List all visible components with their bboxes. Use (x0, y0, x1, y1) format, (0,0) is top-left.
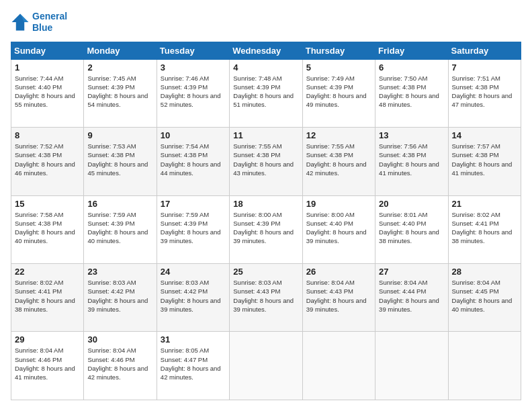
day-header-saturday: Saturday (448, 42, 521, 59)
cell-info: Sunrise: 8:04 AMSunset: 4:44 PMDaylight:… (379, 279, 439, 313)
calendar-cell: 25 Sunrise: 8:03 AMSunset: 4:43 PMDaylig… (230, 264, 302, 332)
day-number: 9 (87, 130, 152, 140)
day-header-monday: Monday (84, 42, 157, 59)
cell-info: Sunrise: 7:48 AMSunset: 4:39 PMDaylight:… (233, 75, 294, 109)
calendar-table: SundayMondayTuesdayWednesdayThursdayFrid… (11, 42, 521, 400)
day-number: 10 (161, 130, 226, 140)
cell-info: Sunrise: 8:04 AMSunset: 4:43 PMDaylight:… (306, 279, 367, 313)
day-number: 6 (379, 62, 444, 73)
calendar-cell: 7 Sunrise: 7:51 AMSunset: 4:38 PMDayligh… (448, 59, 521, 127)
day-number: 28 (452, 267, 517, 277)
day-number: 14 (452, 130, 517, 140)
calendar-cell: 20 Sunrise: 8:01 AMSunset: 4:40 PMDaylig… (375, 195, 448, 263)
day-number: 22 (15, 267, 80, 277)
calendar-cell: 23 Sunrise: 8:03 AMSunset: 4:42 PMDaylig… (84, 264, 157, 332)
calendar-cell: 16 Sunrise: 7:59 AMSunset: 4:39 PMDaylig… (84, 195, 157, 263)
cell-info: Sunrise: 8:04 AMSunset: 4:46 PMDaylight:… (15, 347, 75, 381)
calendar-cell (230, 332, 302, 400)
logo-icon (11, 13, 30, 32)
calendar-cell: 6 Sunrise: 7:50 AMSunset: 4:38 PMDayligh… (375, 59, 448, 127)
calendar-cell (302, 332, 375, 400)
cell-info: Sunrise: 8:02 AMSunset: 4:41 PMDaylight:… (15, 279, 75, 313)
cell-info: Sunrise: 7:59 AMSunset: 4:39 PMDaylight:… (161, 211, 221, 245)
cell-info: Sunrise: 7:46 AMSunset: 4:39 PMDaylight:… (161, 75, 221, 109)
cell-info: Sunrise: 8:01 AMSunset: 4:40 PMDaylight:… (379, 211, 439, 245)
calendar-cell: 21 Sunrise: 8:02 AMSunset: 4:41 PMDaylig… (448, 195, 521, 263)
calendar-cell: 30 Sunrise: 8:04 AMSunset: 4:46 PMDaylig… (84, 332, 157, 400)
day-number: 27 (379, 267, 444, 277)
cell-info: Sunrise: 8:02 AMSunset: 4:41 PMDaylight:… (452, 211, 513, 245)
cell-info: Sunrise: 7:50 AMSunset: 4:38 PMDaylight:… (379, 75, 439, 109)
page: General Blue SundayMondayTuesdayWednesda… (0, 0, 532, 411)
calendar-cell: 9 Sunrise: 7:53 AMSunset: 4:38 PMDayligh… (84, 128, 157, 195)
cell-info: Sunrise: 8:04 AMSunset: 4:45 PMDaylight:… (452, 279, 513, 313)
day-header-thursday: Thursday (302, 42, 375, 59)
day-number: 31 (161, 334, 226, 345)
calendar-cell: 3 Sunrise: 7:46 AMSunset: 4:39 PMDayligh… (157, 59, 229, 127)
logo: General Blue (11, 11, 67, 34)
cell-info: Sunrise: 8:00 AMSunset: 4:39 PMDaylight:… (233, 211, 294, 245)
cell-info: Sunrise: 7:51 AMSunset: 4:38 PMDaylight:… (452, 75, 513, 109)
day-number: 21 (452, 199, 517, 209)
calendar-cell: 28 Sunrise: 8:04 AMSunset: 4:45 PMDaylig… (448, 264, 521, 332)
calendar-cell: 27 Sunrise: 8:04 AMSunset: 4:44 PMDaylig… (375, 264, 448, 332)
calendar-cell: 22 Sunrise: 8:02 AMSunset: 4:41 PMDaylig… (11, 264, 84, 332)
day-header-wednesday: Wednesday (230, 42, 302, 59)
day-number: 13 (379, 130, 444, 140)
day-number: 17 (161, 199, 226, 209)
day-number: 16 (87, 199, 152, 209)
day-number: 25 (233, 267, 298, 277)
calendar-cell (375, 332, 448, 400)
cell-info: Sunrise: 7:52 AMSunset: 4:38 PMDaylight:… (15, 142, 75, 177)
calendar-body: 1 Sunrise: 7:44 AMSunset: 4:40 PMDayligh… (11, 59, 521, 400)
cell-info: Sunrise: 7:55 AMSunset: 4:38 PMDaylight:… (233, 142, 294, 177)
calendar-cell: 12 Sunrise: 7:55 AMSunset: 4:38 PMDaylig… (302, 128, 375, 195)
calendar-cell: 26 Sunrise: 8:04 AMSunset: 4:43 PMDaylig… (302, 264, 375, 332)
calendar-cell (448, 332, 521, 400)
day-number: 2 (87, 62, 152, 73)
calendar-cell: 2 Sunrise: 7:45 AMSunset: 4:39 PMDayligh… (84, 59, 157, 127)
calendar-row-1: 1 Sunrise: 7:44 AMSunset: 4:40 PMDayligh… (11, 59, 521, 127)
calendar-row-2: 8 Sunrise: 7:52 AMSunset: 4:38 PMDayligh… (11, 128, 521, 195)
logo-text: General Blue (32, 11, 67, 34)
day-number: 4 (233, 62, 298, 73)
calendar-cell: 14 Sunrise: 7:57 AMSunset: 4:38 PMDaylig… (448, 128, 521, 195)
cell-info: Sunrise: 7:54 AMSunset: 4:38 PMDaylight:… (161, 142, 221, 177)
day-number: 3 (161, 62, 226, 73)
cell-info: Sunrise: 8:05 AMSunset: 4:47 PMDaylight:… (161, 347, 221, 381)
cell-info: Sunrise: 8:00 AMSunset: 4:40 PMDaylight:… (306, 211, 367, 245)
cell-info: Sunrise: 7:53 AMSunset: 4:38 PMDaylight:… (87, 142, 148, 177)
day-header-friday: Friday (375, 42, 448, 59)
calendar-cell: 8 Sunrise: 7:52 AMSunset: 4:38 PMDayligh… (11, 128, 84, 195)
cell-info: Sunrise: 8:04 AMSunset: 4:46 PMDaylight:… (87, 347, 148, 381)
day-number: 12 (306, 130, 371, 140)
calendar-cell: 17 Sunrise: 7:59 AMSunset: 4:39 PMDaylig… (157, 195, 229, 263)
calendar-cell: 10 Sunrise: 7:54 AMSunset: 4:38 PMDaylig… (157, 128, 229, 195)
calendar-cell: 13 Sunrise: 7:56 AMSunset: 4:38 PMDaylig… (375, 128, 448, 195)
day-number: 29 (15, 334, 80, 345)
calendar-cell: 29 Sunrise: 8:04 AMSunset: 4:46 PMDaylig… (11, 332, 84, 400)
calendar-cell: 5 Sunrise: 7:49 AMSunset: 4:39 PMDayligh… (302, 59, 375, 127)
day-number: 20 (379, 199, 444, 209)
calendar-cell: 24 Sunrise: 8:03 AMSunset: 4:42 PMDaylig… (157, 264, 229, 332)
cell-info: Sunrise: 8:03 AMSunset: 4:42 PMDaylight:… (87, 279, 148, 313)
day-number: 8 (15, 130, 80, 140)
calendar-cell: 31 Sunrise: 8:05 AMSunset: 4:47 PMDaylig… (157, 332, 229, 400)
day-number: 1 (15, 62, 80, 73)
day-number: 5 (306, 62, 371, 73)
day-number: 30 (87, 334, 152, 345)
cell-info: Sunrise: 8:03 AMSunset: 4:42 PMDaylight:… (161, 279, 221, 313)
day-header-sunday: Sunday (11, 42, 84, 59)
calendar-cell: 19 Sunrise: 8:00 AMSunset: 4:40 PMDaylig… (302, 195, 375, 263)
cell-info: Sunrise: 7:59 AMSunset: 4:39 PMDaylight:… (87, 211, 148, 245)
cell-info: Sunrise: 7:57 AMSunset: 4:38 PMDaylight:… (452, 142, 513, 177)
day-number: 15 (15, 199, 80, 209)
cell-info: Sunrise: 7:58 AMSunset: 4:38 PMDaylight:… (15, 211, 75, 245)
cell-info: Sunrise: 7:55 AMSunset: 4:38 PMDaylight:… (306, 142, 367, 177)
calendar-cell: 18 Sunrise: 8:00 AMSunset: 4:39 PMDaylig… (230, 195, 302, 263)
calendar-header-row: SundayMondayTuesdayWednesdayThursdayFrid… (11, 42, 521, 59)
cell-info: Sunrise: 7:49 AMSunset: 4:39 PMDaylight:… (306, 75, 367, 109)
cell-info: Sunrise: 7:44 AMSunset: 4:40 PMDaylight:… (15, 75, 75, 109)
day-header-tuesday: Tuesday (157, 42, 229, 59)
day-number: 18 (233, 199, 298, 209)
